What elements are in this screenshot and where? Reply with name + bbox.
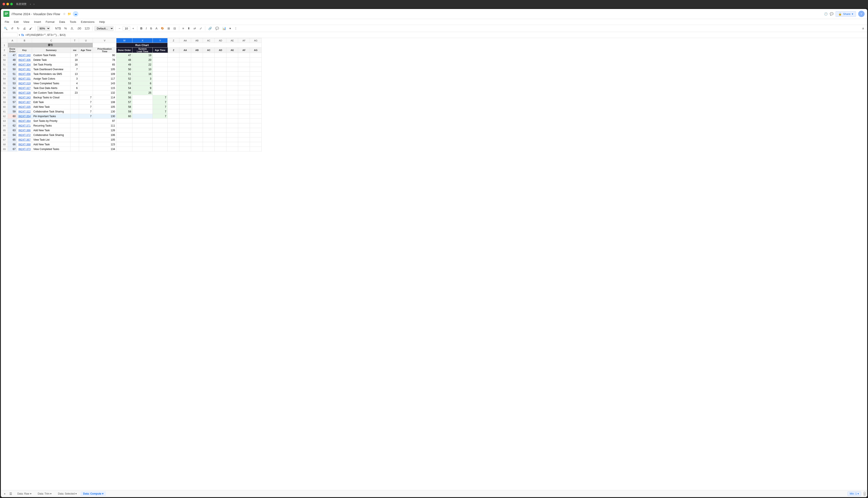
cell-prioritization-time[interactable]: 78 <box>93 57 116 62</box>
cell-rc-done-order[interactable] <box>116 147 132 152</box>
cell-aa[interactable] <box>179 72 191 76</box>
cell-summary[interactable]: View Completed Tasks <box>32 81 71 86</box>
cell-rc-age-time[interactable] <box>153 62 168 67</box>
cell-t[interactable]: 17 <box>71 53 79 57</box>
cell-ad[interactable] <box>215 53 226 57</box>
cell-ab[interactable] <box>191 57 203 62</box>
cell-aa[interactable] <box>179 123 191 128</box>
cell-done-order[interactable]: 67 <box>8 147 17 152</box>
menu-file[interactable]: File <box>2 19 11 24</box>
cell-prioritization-time[interactable]: 106 <box>93 133 116 137</box>
cell-prioritization-time[interactable]: 123 <box>93 142 116 147</box>
cell-af[interactable] <box>238 62 250 67</box>
cell-ab[interactable] <box>191 76 203 81</box>
col-header-a[interactable]: A <box>8 38 17 43</box>
cell-af[interactable] <box>238 76 250 81</box>
percent-button[interactable]: % <box>63 26 68 31</box>
cell-done-order[interactable]: 48 <box>8 57 17 62</box>
cell-t[interactable]: 4 <box>71 81 79 86</box>
cell-ae[interactable] <box>226 137 238 142</box>
cell-rc-age-time[interactable] <box>153 133 168 137</box>
print-button[interactable]: 🖨 <box>22 26 27 31</box>
cell-ab[interactable] <box>191 105 203 109</box>
folder-icon[interactable]: 📁 <box>67 12 71 16</box>
cell-z[interactable] <box>168 62 179 67</box>
cell-done-order[interactable]: 52 <box>8 76 17 81</box>
cell-ab[interactable] <box>191 95 203 100</box>
cell-ab[interactable] <box>191 62 203 67</box>
cell-rc-age-time[interactable] <box>153 76 168 81</box>
cell-summary[interactable]: Custom Task Fields <box>32 53 71 57</box>
cell-age-time[interactable]: 7 <box>79 100 93 105</box>
cell-age-time[interactable] <box>79 72 93 76</box>
col-header-z[interactable]: Z <box>168 38 179 43</box>
cell-t[interactable]: 16 <box>71 62 79 67</box>
cell-ad[interactable] <box>215 123 226 128</box>
cell-system-lead-time[interactable]: 22 <box>132 62 153 67</box>
cell-age-time[interactable]: 7 <box>79 109 93 114</box>
cell-ac[interactable] <box>203 76 215 81</box>
cell-ad[interactable] <box>215 109 226 114</box>
cell-ab[interactable] <box>191 123 203 128</box>
cell-ad[interactable] <box>215 81 226 86</box>
cell-done-order[interactable]: 51 <box>8 72 17 76</box>
cell-system-lead-time[interactable] <box>132 114 153 119</box>
cell-ad[interactable] <box>215 100 226 105</box>
cell-age-time[interactable] <box>79 119 93 123</box>
min-select-dropdown[interactable]: Min: 1 ▾ <box>847 492 861 496</box>
cell-age-time[interactable] <box>79 147 93 152</box>
cell-system-lead-time[interactable] <box>132 133 153 137</box>
cell-rc-age-time[interactable] <box>153 72 168 76</box>
cell-summary[interactable]: View Task List <box>32 137 71 142</box>
cell-system-lead-time[interactable]: 16 <box>132 72 153 76</box>
zoom-select[interactable]: 90% <box>37 26 50 31</box>
cell-rc-done-order[interactable]: 53 <box>116 81 132 86</box>
bold-button[interactable]: B <box>139 26 144 31</box>
cell-ae[interactable] <box>226 57 238 62</box>
cell-prioritization-time[interactable]: 90 <box>93 53 116 57</box>
cell-key[interactable]: IM24T-371 <box>17 123 32 128</box>
col-header-v[interactable]: V <box>93 38 116 43</box>
cell-key[interactable]: IM24T-327 <box>17 86 32 91</box>
cell-age-time[interactable] <box>79 133 93 137</box>
cell-aa[interactable] <box>179 81 191 86</box>
cell-done-order[interactable]: 47 <box>8 53 17 57</box>
cell-done-order[interactable]: 56 <box>8 95 17 100</box>
cell-af[interactable] <box>238 128 250 133</box>
text-color-button[interactable]: A <box>154 26 159 31</box>
cell-summary[interactable]: Add New Task <box>32 105 71 109</box>
cell-rc-done-order[interactable] <box>116 123 132 128</box>
cell-rc-age-time[interactable] <box>153 137 168 142</box>
cell-system-lead-time[interactable] <box>132 105 153 109</box>
cell-t[interactable] <box>71 119 79 123</box>
cell-aa[interactable] <box>179 119 191 123</box>
cell-rc-age-time[interactable]: 7 <box>153 109 168 114</box>
cell-summary[interactable]: Task Reminders via SMS <box>32 72 71 76</box>
cell-aa[interactable] <box>179 76 191 81</box>
cell-age-time[interactable] <box>79 67 93 72</box>
cell-rc-age-time[interactable]: 7 <box>153 95 168 100</box>
cell-prioritization-time[interactable]: 115 <box>93 86 116 91</box>
cell-ag[interactable] <box>250 76 261 81</box>
cell-rc-done-order[interactable]: 56 <box>116 95 132 100</box>
col-header-u[interactable]: U <box>79 38 93 43</box>
cell-ab[interactable] <box>191 128 203 133</box>
cell-summary[interactable]: Edit Task <box>32 100 71 105</box>
cell-done-order[interactable]: 66 <box>8 142 17 147</box>
cell-prioritization-time[interactable]: 65 <box>93 62 116 67</box>
cell-ae[interactable] <box>226 81 238 86</box>
cell-z[interactable] <box>168 100 179 105</box>
cell-rc-done-order[interactable]: 58 <box>116 105 132 109</box>
cell-done-order[interactable]: 57 <box>8 100 17 105</box>
cell-done-order[interactable]: 50 <box>8 67 17 72</box>
font-select[interactable]: Default... <box>94 26 114 31</box>
cell-system-lead-time[interactable] <box>132 95 153 100</box>
tab-data-raw[interactable]: Data: Raw ▾ <box>15 492 34 496</box>
cell-aa[interactable] <box>179 147 191 152</box>
text-rotation-button[interactable]: ⤢ <box>198 26 203 31</box>
cell-t[interactable] <box>71 109 79 114</box>
col-header-ad[interactable]: AD <box>215 38 226 43</box>
cell-t[interactable]: 13 <box>71 72 79 76</box>
cell-prioritization-time[interactable]: 105 <box>93 137 116 142</box>
cell-ac[interactable] <box>203 100 215 105</box>
